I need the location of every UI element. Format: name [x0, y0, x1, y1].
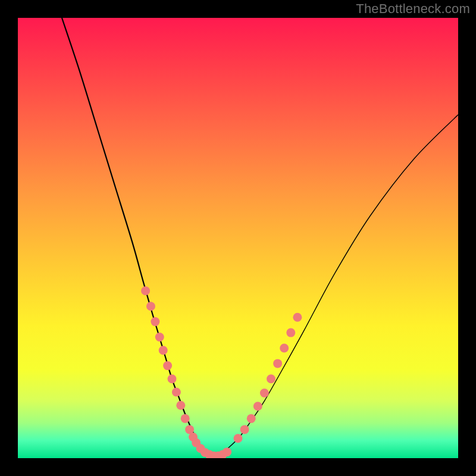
chart-marker — [273, 359, 282, 368]
chart-marker — [260, 389, 269, 397]
watermark-text: TheBottleneck.com — [356, 1, 470, 17]
chart-marker — [151, 317, 159, 326]
chart-marker — [286, 328, 295, 337]
chart-marker — [146, 302, 155, 311]
chart-marker — [141, 286, 150, 295]
chart-markers — [141, 286, 302, 458]
chart-marker — [168, 374, 177, 383]
chart-marker — [247, 414, 256, 423]
chart-marker — [163, 361, 172, 370]
chart-curve-left — [62, 18, 212, 456]
chart-marker — [172, 388, 181, 397]
chart-marker — [176, 401, 185, 410]
chart-marker — [240, 425, 249, 434]
chart-svg — [18, 18, 458, 458]
chart-plot-area — [18, 18, 458, 458]
chart-curve-right — [212, 115, 458, 456]
chart-marker — [293, 313, 302, 322]
chart-marker — [155, 333, 164, 342]
chart-marker — [280, 344, 289, 353]
chart-marker — [267, 374, 275, 383]
chart-marker — [234, 434, 243, 443]
chart-marker — [159, 346, 168, 355]
chart-marker — [253, 402, 262, 411]
chart-marker — [181, 414, 190, 423]
chart-marker — [223, 447, 231, 456]
chart-curves — [62, 18, 458, 456]
